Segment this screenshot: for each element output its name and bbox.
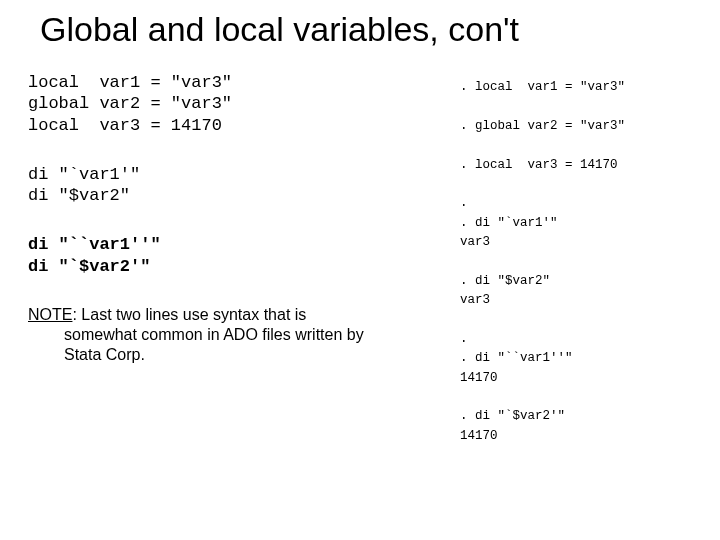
- code-block-3: di "``var1''" di "`$var2'": [28, 234, 428, 277]
- note-label: NOTE: [28, 306, 72, 323]
- code-block-2: di "`var1'" di "$var2": [28, 164, 428, 207]
- console-output: . local var1 = "var3" . global var2 = "v…: [460, 78, 710, 446]
- left-column: local var1 = "var3" global var2 = "var3"…: [28, 72, 428, 365]
- slide: Global and local variables, con't local …: [0, 0, 720, 540]
- note-line1: : Last two lines use syntax that is: [72, 306, 306, 323]
- note-rest: somewhat common in ADO files written by …: [28, 325, 398, 365]
- code-block-1: local var1 = "var3" global var2 = "var3"…: [28, 72, 428, 136]
- note-paragraph: NOTE: Last two lines use syntax that is …: [28, 305, 398, 365]
- slide-title: Global and local variables, con't: [40, 10, 700, 49]
